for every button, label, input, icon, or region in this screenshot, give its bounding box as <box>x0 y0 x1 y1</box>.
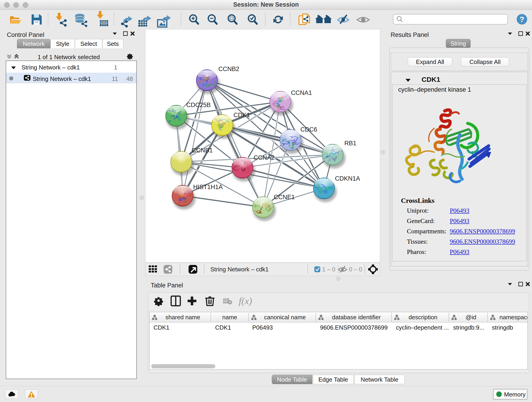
svg-text:@id: @id <box>466 314 476 321</box>
svg-text:CCNA1: CCNA1 <box>291 89 312 96</box>
svg-text:HIST1H1A: HIST1H1A <box>193 184 223 191</box>
svg-text:namespace: namespace <box>500 314 528 321</box>
svg-text:CCNA2: CCNA2 <box>254 154 275 161</box>
svg-text:CCNE1: CCNE1 <box>274 194 295 201</box>
svg-text:RB1: RB1 <box>344 140 356 147</box>
svg-text:CDC25B: CDC25B <box>186 102 211 108</box>
svg-text:0 – 0: 0 – 0 <box>349 266 362 273</box>
svg-text:CDK1: CDK1 <box>234 112 250 119</box>
svg-text:name: name <box>222 314 237 321</box>
svg-text:1 – 0: 1 – 0 <box>322 266 336 273</box>
svg-text:String Network – cdk1: String Network – cdk1 <box>210 266 268 273</box>
svg-text:database identifier: database identifier <box>332 314 381 321</box>
svg-text:CDC6: CDC6 <box>300 126 317 133</box>
svg-text:canonical name: canonical name <box>264 314 306 321</box>
svg-text:CCNB2: CCNB2 <box>218 65 239 72</box>
svg-text:CDKN1A: CDKN1A <box>335 175 360 182</box>
svg-text:CCNB1: CCNB1 <box>192 147 213 154</box>
svg-text:description: description <box>409 314 437 321</box>
svg-text:?: ? <box>520 15 525 24</box>
svg-text:shared name: shared name <box>165 314 200 321</box>
svg-text:f(x): f(x) <box>239 296 252 306</box>
